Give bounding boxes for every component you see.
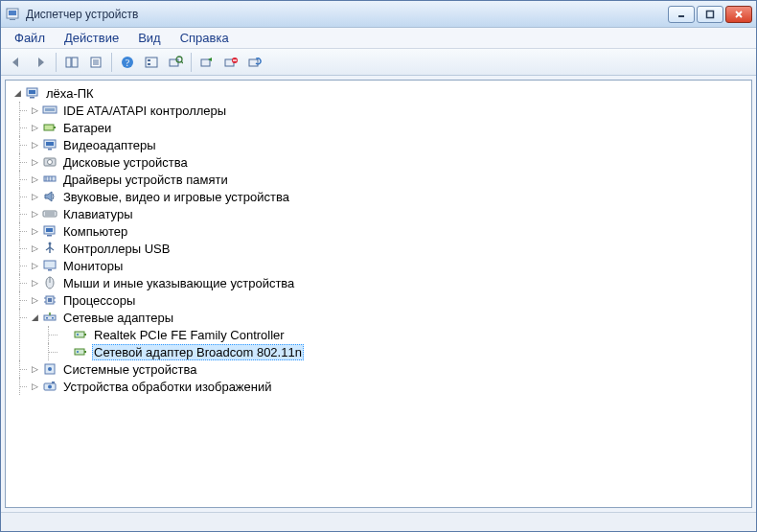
svg-rect-31 [44,125,54,130]
tree-category-node[interactable]: ▷Устройства обработки изображений [6,378,751,395]
tree-category-label: IDE ATA/ATAPI контроллеры [61,104,228,118]
tree-category-node[interactable]: ▷Видеоадаптеры [6,136,751,153]
tree-category-node[interactable]: ◢Сетевые адаптеры [6,309,751,326]
tree-category-node[interactable]: ▷Батареи [6,119,751,136]
minimize-button[interactable] [668,6,695,23]
menu-file[interactable]: Файл [7,29,53,47]
tree-category-node[interactable]: ▷Компьютер [6,222,751,240]
svg-rect-27 [29,90,35,94]
expand-icon[interactable]: ▷ [29,243,40,254]
scan-hardware-button[interactable] [164,52,187,73]
svg-point-73 [48,367,52,371]
properties-button[interactable] [84,52,107,73]
toolbar-separator [191,53,192,72]
network-icon [42,310,57,325]
expand-icon[interactable]: ▷ [29,277,40,289]
tree-category-node[interactable]: ▷Дисковые устройства [6,153,751,171]
svg-point-37 [48,160,53,165]
expand-icon[interactable]: ▷ [29,156,40,168]
svg-point-71 [77,351,79,353]
expand-icon[interactable]: ▷ [29,122,40,133]
expand-icon[interactable]: ▷ [29,381,40,392]
svg-rect-62 [44,315,56,320]
svg-rect-57 [48,298,52,302]
tree-root-node[interactable]: ◢лёха-ПК [6,84,751,102]
tree-category-node[interactable]: ▷Клавиатуры [6,205,751,222]
svg-text:?: ? [126,58,130,68]
expand-icon[interactable]: ▷ [29,260,40,271]
expand-icon[interactable]: ▷ [29,173,40,185]
menu-help[interactable]: Справка [172,29,237,47]
tree-category-node[interactable]: ▷Звуковые, видео и игровые устройства [6,188,751,205]
cpu-icon [42,292,57,308]
tree-device-node[interactable]: Сетевой адаптер Broadcom 802.11n [6,343,751,360]
svg-rect-47 [47,235,52,237]
uninstall-device-button[interactable] [243,52,266,73]
action-button[interactable] [140,52,163,73]
collapse-icon[interactable]: ◢ [29,312,40,323]
tree-category-label: Сетевые адаптеры [61,311,175,325]
nav-back-button[interactable] [5,52,28,73]
collapse-icon[interactable]: ◢ [11,87,23,99]
disable-device-button[interactable] [219,52,242,73]
svg-rect-25 [249,59,258,66]
svg-rect-46 [46,228,53,232]
svg-rect-16 [148,59,150,61]
svg-rect-53 [48,269,52,271]
tree-category-node[interactable]: ▷Процессоры [6,291,751,309]
computer-icon [25,85,40,101]
svg-rect-4 [707,11,714,17]
tree-category-node[interactable]: ▷Мыши и иные указывающие устройства [6,274,751,291]
expand-icon[interactable]: ▷ [29,191,40,202]
expand-icon[interactable]: ▷ [29,225,40,237]
tree-category-node[interactable]: ▷Драйверы устройств памяти [6,171,751,188]
svg-rect-42 [43,211,57,217]
svg-rect-28 [30,97,34,99]
monitor-icon [42,258,57,273]
tree-device-node[interactable]: Realtek PCIe FE Family Controller [6,326,751,343]
menu-view[interactable]: Вид [130,29,169,47]
tree-category-label: Системные устройства [61,362,198,377]
svg-rect-17 [148,63,150,65]
tree-category-node[interactable]: ▷IDE ATA/ATAPI контроллеры [6,102,751,119]
svg-rect-35 [48,149,52,150]
show-hide-tree-button[interactable] [60,52,83,73]
expand-icon[interactable]: ▷ [29,363,40,375]
tree-category-label: Видеоадаптеры [61,138,158,152]
expand-icon[interactable]: ▷ [29,208,40,220]
svg-rect-7 [66,58,71,67]
svg-point-75 [48,385,52,389]
imaging-icon [42,379,57,394]
window-title: Диспетчер устройств [26,8,668,21]
disk-icon [42,154,57,170]
tree-category-node[interactable]: ▷Контроллеры USB [6,240,751,257]
computer-icon [42,223,57,239]
sound-icon [42,189,57,204]
maximize-button[interactable] [697,6,723,23]
nav-forward-button[interactable] [29,52,52,73]
help-button[interactable]: ? [116,52,139,73]
tree-category-label: Процессоры [61,293,137,308]
system-icon [42,361,57,377]
device-tree[interactable]: ◢лёха-ПК▷IDE ATA/ATAPI контроллеры▷Батар… [5,80,752,508]
content-frame: ◢лёха-ПК▷IDE ATA/ATAPI контроллеры▷Батар… [1,76,756,512]
tree-category-node[interactable]: ▷Системные устройства [6,360,751,378]
svg-rect-2 [10,19,15,20]
svg-rect-66 [75,332,84,337]
expand-icon[interactable]: ▷ [29,139,40,150]
menu-action[interactable]: Действие [57,29,126,47]
enable-device-button[interactable] [195,52,218,73]
svg-rect-52 [44,261,56,268]
close-button[interactable] [725,6,752,23]
expand-icon[interactable]: ▷ [29,294,40,306]
window: Диспетчер устройств Файл Действие Вид Сп… [0,0,757,532]
app-icon [5,7,20,22]
expand-icon[interactable]: ▷ [29,104,40,116]
toolbar-separator [56,53,57,72]
toolbar: ? [1,49,756,76]
mouse-icon [42,275,57,290]
svg-rect-21 [201,59,210,66]
tree-category-node[interactable]: ▷Мониторы [6,257,751,274]
svg-line-20 [181,61,183,63]
ide-icon [42,103,57,118]
